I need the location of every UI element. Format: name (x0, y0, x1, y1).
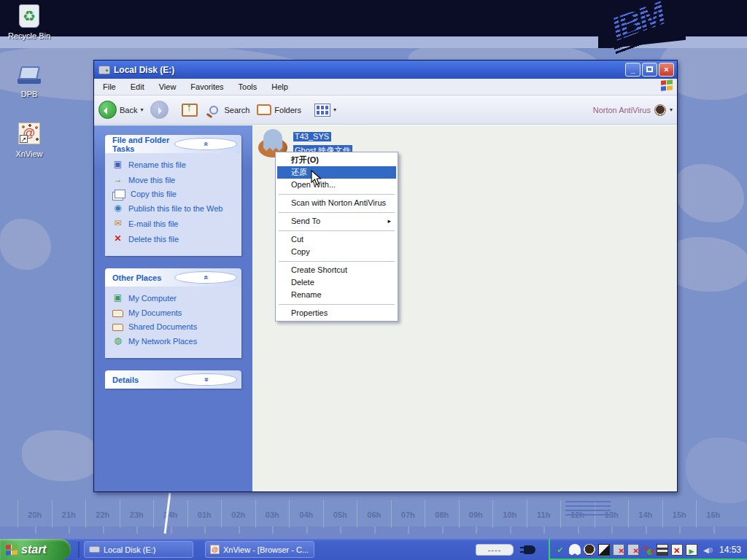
context-menu-item[interactable]: Create Shortcut (277, 264, 396, 276)
chevron-down-icon[interactable] (174, 373, 238, 386)
window-title: Local Disk (E:) (114, 65, 624, 75)
context-menu-item[interactable]: Copy (277, 246, 396, 258)
messenger-offline-icon[interactable] (642, 544, 654, 556)
back-button[interactable]: Back ▾ (98, 101, 143, 119)
task-link[interactable]: Delete this file (112, 233, 237, 244)
taskbar-clock[interactable]: 14:53 (719, 545, 741, 555)
hour-tick: 22h (85, 500, 120, 528)
hour-tick: 14h (628, 500, 662, 528)
no-signal-icon[interactable] (671, 544, 683, 556)
norton-antivirus-button[interactable]: Norton AntiVirus ▾ (593, 104, 673, 116)
menu-help[interactable]: Help (264, 80, 295, 93)
taskbar-task-local-disk[interactable]: Local Disk (E:) (84, 541, 193, 558)
place-link[interactable]: My Computer (112, 292, 237, 303)
display-tray-icon[interactable] (598, 544, 610, 556)
context-menu-item[interactable]: 还原 (277, 166, 396, 179)
map-landmass (675, 164, 744, 222)
menu-view[interactable]: View (152, 80, 184, 93)
norton-tray-icon[interactable] (584, 544, 595, 556)
hour-tick: 11h (527, 500, 561, 528)
context-menu-item[interactable] (277, 258, 396, 264)
volume-tray-icon[interactable] (700, 544, 712, 556)
context-menu: 打开(O) 还原 Open With... Scan with Norton A… (275, 152, 398, 322)
place-link[interactable]: My Documents (112, 308, 237, 317)
views-dropdown-caret[interactable]: ▾ (333, 106, 336, 113)
minimize-button[interactable]: _ (625, 63, 640, 77)
context-menu-item[interactable]: Rename (277, 289, 396, 301)
close-button[interactable]: × (659, 63, 674, 77)
norton-dropdown-caret[interactable]: ▾ (670, 106, 673, 113)
desktop-icon-recycle-bin[interactable]: ♻ Recycle Bin (1, 4, 57, 40)
desktop-icon-xnview[interactable]: @↗ XnView (1, 122, 57, 158)
power-plug-icon (524, 545, 535, 554)
task-link[interactable]: Copy this file (112, 190, 237, 198)
search-button[interactable]: Search (209, 106, 249, 114)
submenu-arrow-icon: ▸ (387, 215, 391, 228)
network-x-icon[interactable] (627, 544, 639, 556)
battery-meter[interactable]: ---- (476, 544, 514, 556)
forward-button[interactable] (150, 101, 169, 119)
hour-tick: 21h (52, 500, 86, 528)
views-button[interactable]: ▾ (314, 104, 336, 117)
menu-favorites[interactable]: Favorites (183, 80, 231, 93)
toolbar: Back ▾ Search Folders ▾ Norton AntiVirus… (94, 96, 677, 125)
context-menu-item[interactable]: Open With... (277, 179, 396, 191)
place-link[interactable]: My Network Places (112, 335, 237, 346)
back-dropdown-caret[interactable]: ▾ (140, 106, 143, 113)
start-button[interactable]: start (0, 539, 71, 560)
context-menu-item[interactable]: Properties (277, 307, 396, 319)
panel-header[interactable]: Details (105, 370, 241, 389)
green-utility-icon[interactable] (554, 544, 566, 556)
chevron-up-icon[interactable] (174, 138, 238, 150)
menu-edit[interactable]: Edit (123, 80, 152, 93)
xnview-icon: @ (210, 545, 220, 554)
folders-icon (257, 104, 271, 115)
task-link[interactable]: Rename this file (112, 159, 237, 170)
hour-tick: 24h (153, 500, 187, 528)
task-icon (112, 233, 123, 244)
map-landmass (0, 219, 51, 270)
taskbar-task-xnview[interactable]: @ XnView - [Browser - C... (205, 541, 314, 558)
folders-button[interactable]: Folders (257, 104, 301, 115)
media-tray-icon[interactable] (686, 544, 697, 556)
back-icon (98, 101, 117, 119)
task-link[interactable]: E-mail this file (112, 218, 237, 229)
chevron-up-icon[interactable] (174, 271, 238, 284)
context-menu-item[interactable]: 打开(O) (277, 154, 396, 166)
context-menu-item[interactable] (277, 209, 396, 215)
views-icon (314, 104, 330, 117)
panel-header[interactable]: Other Places (105, 268, 241, 287)
place-icon (112, 324, 123, 331)
context-menu-item[interactable]: Send To ▸ (277, 215, 396, 228)
task-icon (112, 174, 123, 185)
context-menu-item[interactable]: Delete (277, 276, 396, 289)
task-icon (112, 159, 123, 170)
wireless-x-icon[interactable] (613, 544, 624, 556)
forward-icon (150, 101, 169, 119)
task-icon (115, 190, 125, 198)
other-places-panel: Other Places My Computer My Documents (105, 268, 241, 358)
context-menu-item[interactable] (277, 228, 396, 233)
context-menu-item[interactable] (277, 191, 396, 197)
context-menu-item[interactable]: Cut (277, 233, 396, 246)
maximize-button[interactable] (642, 63, 657, 77)
hour-tick: 16h (696, 500, 730, 528)
ghost-tray-icon[interactable] (569, 544, 581, 556)
panel-header[interactable]: File and Folder Tasks (105, 135, 241, 153)
desktop-icon-dpb[interactable]: DPB (1, 63, 57, 98)
window-titlebar[interactable]: Local Disk (E:) _ × (94, 61, 677, 79)
menu-file[interactable]: File (96, 80, 123, 93)
hour-tick: 07h (391, 500, 425, 528)
place-link[interactable]: Shared Documents (112, 322, 237, 331)
menu-bar: File Edit View Favorites Tools Help (94, 79, 677, 96)
file-and-folder-tasks-panel: File and Folder Tasks Rename this file M… (105, 135, 241, 256)
context-menu-item[interactable]: Scan with Norton AntiVirus (277, 197, 396, 209)
task-link[interactable]: Publish this file to the Web (112, 203, 237, 214)
menu-tools[interactable]: Tools (231, 80, 265, 93)
task-link[interactable]: Move this file (112, 174, 237, 185)
dock-tray-icon[interactable] (657, 544, 668, 556)
place-icon (112, 335, 123, 346)
up-button[interactable] (182, 104, 198, 117)
xnview-icon: @↗ (17, 122, 42, 147)
context-menu-item[interactable] (277, 301, 396, 307)
